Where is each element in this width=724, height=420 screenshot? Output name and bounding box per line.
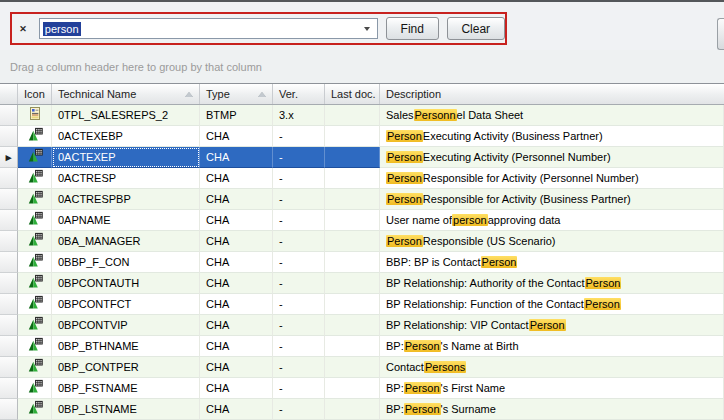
version-cell: - — [273, 294, 325, 315]
row-selector-cell[interactable]: ▸ — [0, 147, 18, 168]
description-text: BP Relationship: Authority of the Contac… — [386, 277, 585, 289]
technical-name-cell: 0BP_BTHNAME — [52, 336, 200, 357]
data-grid: Icon Technical Name Type Ver. Last doc. … — [0, 83, 724, 420]
column-label: Last doc. — [331, 88, 376, 100]
row-selector-cell[interactable] — [0, 357, 18, 378]
type-cell: CHA — [200, 357, 273, 378]
description-text: Sales — [386, 109, 414, 121]
type-cell: CHA — [200, 315, 273, 336]
table-row[interactable]: 0BPCONTVIPCHA-BP Relationship: VIP Conta… — [0, 315, 724, 336]
description-text: BP Relationship: VIP Contact — [386, 319, 529, 331]
search-match-highlight: Person — [585, 277, 622, 289]
version-cell: - — [273, 252, 325, 273]
row-selector-cell[interactable] — [0, 315, 18, 336]
row-selector-cell[interactable] — [0, 126, 18, 147]
technical-name-cell: 0BP_LSTNAME — [52, 399, 200, 420]
last-doc-cell — [325, 336, 380, 357]
row-selector-cell[interactable] — [0, 378, 18, 399]
type-cell: BTMP — [200, 105, 273, 126]
search-input-value[interactable]: person — [43, 22, 81, 36]
column-header-icon[interactable]: Icon — [18, 84, 52, 104]
column-header-type[interactable]: Type — [200, 84, 273, 104]
characteristic-icon — [27, 379, 43, 397]
technical-name-cell: 0BP_CONTPER — [52, 357, 200, 378]
column-label: Ver. — [279, 88, 298, 100]
annotation-highlight-box: ✕ person Find Clear — [10, 12, 507, 45]
table-row[interactable]: 0TPL_SALESREPS_2BTMP3.xSales Personnel D… — [0, 105, 724, 126]
column-header-last-doc[interactable]: Last doc. — [325, 84, 380, 104]
table-row[interactable]: ▸0ACTEXEPCHA-Person Executing Activity (… — [0, 147, 724, 168]
clear-button[interactable]: Clear — [447, 17, 506, 40]
column-header-technical-name[interactable]: Technical Name — [52, 84, 200, 104]
table-row[interactable]: 0BPCONTFCTCHA-BP Relationship: Function … — [0, 294, 724, 315]
table-row[interactable]: 0BP_BTHNAMECHA-BP: Person's Name at Birt… — [0, 336, 724, 357]
grid-header-row: Icon Technical Name Type Ver. Last doc. … — [0, 83, 724, 105]
row-selector-cell[interactable] — [0, 252, 18, 273]
description-cell: BP: Person's Surname — [380, 399, 724, 420]
version-cell: - — [273, 231, 325, 252]
icon-cell — [18, 168, 52, 189]
table-row[interactable]: 0BP_CONTPERCHA-Contact Persons — [0, 357, 724, 378]
characteristic-icon — [27, 274, 43, 292]
row-selector-header — [0, 84, 18, 104]
version-cell: - — [273, 315, 325, 336]
technical-name-cell: 0ACTEXEBP — [52, 126, 200, 147]
column-header-ver[interactable]: Ver. — [273, 84, 325, 104]
last-doc-cell — [325, 210, 380, 231]
search-toolbar: ✕ person Find Clear — [0, 2, 724, 50]
table-row[interactable]: 0APNAMECHA-User name of person approving… — [0, 210, 724, 231]
table-row[interactable]: 0BP_FSTNAMECHA-BP: Person's First Name — [0, 378, 724, 399]
row-selector-cell[interactable] — [0, 273, 18, 294]
last-doc-cell — [325, 315, 380, 336]
table-row[interactable]: 0BP_LSTNAMECHA-BP: Person's Surname — [0, 399, 724, 420]
icon-cell — [18, 126, 52, 147]
row-selector-cell[interactable] — [0, 399, 18, 420]
search-combobox[interactable]: person — [39, 18, 378, 39]
description-text: BBP: BP is Contact — [386, 256, 481, 268]
technical-name-cell: 0BPCONTFCT — [52, 294, 200, 315]
description-text: BP Relationship: Function of the Contact — [386, 298, 584, 310]
description-text: Responsible (US Scenario) — [423, 235, 556, 247]
search-match-highlight: Personn — [414, 109, 457, 121]
chevron-down-icon[interactable] — [364, 27, 370, 31]
description-text: 's First Name — [441, 382, 505, 394]
row-selector-cell[interactable] — [0, 231, 18, 252]
table-row[interactable]: 0ACTEXEBPCHA-Person Executing Activity (… — [0, 126, 724, 147]
row-selector-cell[interactable] — [0, 189, 18, 210]
characteristic-icon — [27, 337, 43, 355]
row-selector-cell[interactable] — [0, 105, 18, 126]
row-selector-cell[interactable] — [0, 336, 18, 357]
description-text: BP: — [386, 382, 404, 394]
table-row[interactable]: 0BA_MANAGERCHA-Person Responsible (US Sc… — [0, 231, 724, 252]
last-doc-cell — [325, 189, 380, 210]
last-doc-cell — [325, 105, 380, 126]
description-cell: Person Responsible for Activity (Personn… — [380, 168, 724, 189]
row-selector-cell[interactable] — [0, 168, 18, 189]
description-cell: Sales Personnel Data Sheet — [380, 105, 724, 126]
scrollbar-fragment[interactable] — [717, 18, 724, 50]
icon-cell — [18, 147, 52, 168]
table-row[interactable]: 0BBP_F_CONCHA-BBP: BP is Contact Person — [0, 252, 724, 273]
close-icon[interactable]: ✕ — [15, 21, 31, 37]
version-cell: - — [273, 126, 325, 147]
characteristic-icon — [27, 400, 43, 418]
version-cell: - — [273, 210, 325, 231]
version-cell: 3.x — [273, 105, 325, 126]
technical-name-cell: 0APNAME — [52, 210, 200, 231]
description-cell: Person Executing Activity (Personnel Num… — [380, 147, 724, 168]
last-doc-cell — [325, 294, 380, 315]
column-header-description[interactable]: Description — [380, 84, 724, 104]
last-doc-cell — [325, 357, 380, 378]
description-cell: BP Relationship: Function of the Contact… — [380, 294, 724, 315]
description-text: el Data Sheet — [457, 109, 524, 121]
row-selector-cell[interactable] — [0, 210, 18, 231]
group-by-panel[interactable]: Drag a column header here to group by th… — [0, 50, 724, 83]
row-selector-cell[interactable] — [0, 294, 18, 315]
column-label: Type — [206, 88, 230, 100]
search-match-highlight: Person — [386, 130, 423, 142]
type-cell: CHA — [200, 168, 273, 189]
table-row[interactable]: 0ACTRESPBPCHA-Person Responsible for Act… — [0, 189, 724, 210]
table-row[interactable]: 0ACTRESPCHA-Person Responsible for Activ… — [0, 168, 724, 189]
find-button[interactable]: Find — [386, 17, 439, 40]
table-row[interactable]: 0BPCONTAUTHCHA-BP Relationship: Authorit… — [0, 273, 724, 294]
